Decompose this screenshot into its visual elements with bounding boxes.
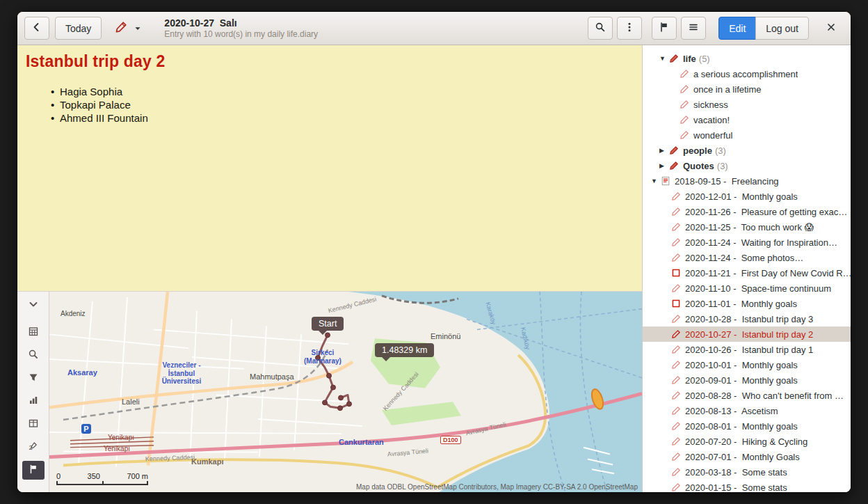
diary-entry-label: 2020-07-20 - Hiking & Cycling [685,436,807,447]
expander-open-icon[interactable]: ▼ [651,178,660,184]
pencil-icon [670,221,682,233]
map-attribution: Map data ODBL OpenStreetMap Contributors… [356,483,638,491]
diary-entry-row[interactable]: 2020-08-01 - Monthly goals [643,418,851,434]
flag-button[interactable] [652,17,677,40]
main-menu-button[interactable] [681,17,706,40]
annotation-tool-button[interactable]: 2 [22,438,45,457]
expander-open-icon[interactable]: ▼ [659,55,668,62]
close-button[interactable] [819,17,844,40]
search-tool-button[interactable] [22,346,45,365]
tag-entry-label: a serious accomplishment [693,69,798,79]
pencil-icon [670,451,682,462]
tag-count: (3) [715,145,726,156]
calendar-tool-button[interactable] [22,323,45,342]
scale-start: 0 [56,472,61,480]
back-button[interactable] [24,17,49,40]
diary-root-row[interactable]: ▼2018-09-15 - Freelancing [643,173,851,189]
tag-entry-label: wonderful [693,130,732,141]
diary-entry-row[interactable]: 2020-12-01 - Monthly goals [643,189,851,204]
tag-entry-row[interactable]: sickness [643,97,851,112]
diary-entry-row[interactable]: 2020-11-25 - Too much work 😱 [643,219,851,235]
diary-entry-label: 2020-10-01 - Monthly goals [685,360,798,370]
pencil-icon [679,129,690,141]
entry-bullet: Topkapi Palace [51,98,634,111]
diary-entry-row[interactable]: 2020-08-28 - Who can't benefit from … [643,388,851,403]
entry-bullet: Ahmed III Fountain [51,111,634,125]
tag-entry-row[interactable]: a serious accomplishment [643,66,851,81]
more-options-button[interactable] [617,17,642,40]
header-title-block: 2020-10-27 Salı Entry with 10 word(s) in… [164,17,318,39]
diary-entry-row[interactable]: 2020-08-13 - Ascetism [643,403,851,418]
pencil-icon [679,114,690,125]
entry-view[interactable]: Istanbul trip day 2 Hagia SophiaTopkapi … [17,45,642,291]
diary-entry-row[interactable]: 2020-10-27 - Istanbul trip day 2 [643,326,851,342]
collapse-panel-button[interactable] [22,296,45,315]
diary-file-icon [660,175,671,187]
diary-entry-label: 2020-08-13 - Ascetism [685,406,778,416]
tag-row[interactable]: ▼life(5) [643,51,851,66]
pencil-icon [679,68,690,79]
diary-entry-row[interactable]: 2020-10-01 - Monthly goals [643,357,851,372]
pencil-icon [115,21,127,36]
map-tool-button[interactable] [22,461,45,480]
edit-button[interactable]: Edit [718,17,756,40]
logout-button[interactable]: Log out [755,17,809,40]
pencil-2-icon: 2 [28,441,39,455]
diary-entry-row[interactable]: 2020-11-21 - First Day of New Covid R… [643,265,851,281]
diary-entry-row[interactable]: 2020-07-20 - Hiking & Cycling [643,434,851,449]
expander-closed-icon[interactable]: ▶ [659,162,668,169]
tag-pencil-icon [668,160,680,171]
flag-icon [28,464,39,478]
tag-entry-row[interactable]: once in a lifetime [643,81,851,97]
diary-entry-row[interactable]: 2020-11-24 - Waiting for Inspiration… [643,235,851,250]
diary-entry-label: 2020-10-27 - Istanbul trip day 2 [685,329,813,340]
tag-row[interactable]: ▶Quotes(3) [643,158,851,173]
diary-entry-row[interactable]: 2020-03-18 - Some stats [643,464,851,480]
tag-pencil-icon [668,53,680,64]
diary-entry-row[interactable]: 2020-11-01 - Monthly goals [643,296,851,311]
hamburger-icon [688,22,699,35]
diary-entry-label: 2020-08-28 - Who can't benefit from … [685,391,844,401]
diary-root-label: 2018-09-15 - Freelancing [675,176,779,187]
entry-bullet-list: Hagia SophiaTopkapi PalaceAhmed III Foun… [51,85,634,125]
expander-closed-icon[interactable]: ▶ [659,147,668,154]
svg-text:2: 2 [29,443,32,450]
diary-entry-row[interactable]: 2020-11-10 - Space-time continuum [643,281,851,296]
search-button[interactable] [588,17,613,40]
pencil-icon [670,329,682,340]
map-canvas[interactable] [49,292,642,492]
red-square-icon [670,298,682,309]
page-title: 2020-10-27 Salı [164,17,318,29]
table-tool-button[interactable] [22,415,45,434]
bar-chart-icon [28,395,39,409]
pencil-icon [679,99,690,110]
diary-entry-row[interactable]: 2020-11-24 - Some photos… [643,250,851,265]
edit-menu-button[interactable] [107,17,149,40]
diary-entry-row[interactable]: 2020-07-01 - Monthly Goals [643,449,851,464]
tag-entry-row[interactable]: vacation! [643,112,851,127]
statistics-tool-button[interactable] [22,392,45,411]
kebab-menu-icon [624,22,635,35]
map-view[interactable]: Akdeniz Kennedy Caddesi Eminönü Sirkeci … [49,292,642,492]
entry-title: Istanbul trip day 2 [26,52,634,71]
diary-entry-row[interactable]: 2020-10-28 - Istanbul trip day 3 [643,311,851,326]
edit-logout-group: Edit Log out [718,17,809,40]
today-button[interactable]: Today [55,17,102,40]
filter-tool-button[interactable] [22,369,45,388]
tag-entry-row[interactable]: wonderful [643,127,851,143]
diary-entry-row[interactable]: 2020-09-01 - Monthly goals [643,372,851,388]
diary-entry-row[interactable]: 2020-11-26 - Pleasure of getting exac… [643,204,851,219]
flag-icon [659,22,670,35]
pencil-icon [670,436,682,447]
diary-entry-row[interactable]: 2020-01-15 - Some stats [643,480,851,492]
tag-row[interactable]: ▶people(3) [643,143,851,158]
chevron-left-icon [31,22,42,35]
diary-entry-label: 2020-03-18 - Some stats [685,467,787,478]
diary-entry-label: 2020-11-26 - Pleasure of getting exac… [685,207,847,217]
tag-label: life [683,54,696,64]
entry-bullet: Hagia Sophia [51,85,634,98]
diary-tree: ▼life(5)a serious accomplishmentonce in … [643,51,851,492]
pencil-icon [670,252,682,263]
pencil-icon [670,206,682,217]
diary-entry-row[interactable]: 2020-10-26 - Istanbul trip day 1 [643,342,851,357]
